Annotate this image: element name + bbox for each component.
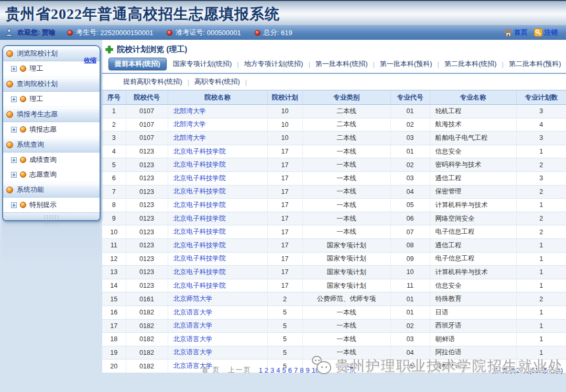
tab-item[interactable]: 第二批本科(统招) [440, 58, 501, 70]
sidebar-item-label: 特别提示 [29, 200, 57, 210]
college-link[interactable]: 北部湾大学 [173, 134, 206, 141]
prev-page-button[interactable]: 上一页 [228, 365, 252, 375]
home-link[interactable]: 首页 [514, 28, 528, 37]
college-link[interactable]: 北部湾大学 [173, 121, 206, 128]
page-number[interactable]: 3 [270, 366, 274, 374]
expand-plus-icon[interactable]: + [11, 66, 17, 72]
cell: 船舶电子电气工程 [430, 132, 516, 145]
table-row: 150161北京师范大学2公费师范、优师专项01特殊教育2 [102, 292, 566, 306]
college-link[interactable]: 北京电子科技学院 [173, 175, 226, 182]
cell: 17 [102, 319, 126, 333]
cell: 17 [267, 145, 302, 158]
college-link[interactable]: 北京电子科技学院 [173, 148, 226, 155]
table-row: 110123北京电子科技学院17国家专项计划08通信工程1 [102, 238, 566, 252]
tab-separator: | [188, 78, 189, 86]
cell: 19 [102, 346, 126, 360]
cell: 6 [102, 171, 126, 185]
table-row: 120123北京电子科技学院17国家专项计划09电子信息工程1 [102, 252, 566, 266]
college-link[interactable]: 北京语言大学 [173, 335, 213, 343]
college-link[interactable]: 北京电子科技学院 [173, 228, 226, 235]
cell: 03 [390, 333, 430, 346]
cell: 通信工程 [430, 238, 516, 252]
bullet-ball-icon [6, 141, 13, 148]
college-link[interactable]: 北京电子科技学院 [173, 282, 226, 289]
sidebar-item[interactable]: +成绩查询 [3, 153, 100, 167]
expand-plus-icon[interactable]: + [11, 127, 17, 133]
page-number[interactable]: 9 [306, 366, 310, 374]
college-link[interactable]: 北京语言大学 [173, 322, 213, 329]
first-page-button[interactable]: 首 页 [202, 365, 221, 375]
tab-item[interactable]: 高职专科(统招) [190, 76, 244, 88]
column-header: 专业计划数 [516, 91, 566, 105]
cell: 密码科学与技术 [430, 158, 516, 172]
college-link[interactable]: 北部湾大学 [173, 107, 206, 115]
expand-plus-icon[interactable]: + [11, 157, 17, 163]
cell: 国家专项计划 [302, 279, 390, 292]
page-number[interactable]: 1 [259, 366, 263, 374]
tab-item[interactable]: 国家专项计划(统招) [169, 58, 236, 70]
expand-plus-icon[interactable]: + [11, 172, 17, 178]
cell: 公费师范、优师专项 [302, 292, 390, 306]
cell: 1 [516, 145, 566, 158]
cell: 0182 [126, 346, 168, 360]
home-icon [504, 29, 513, 37]
sidebar-item[interactable]: +理工 [3, 92, 100, 106]
sidebar-collapse-link[interactable]: 收缩 [84, 56, 96, 65]
sidebar-group-header[interactable]: 填报考生志愿 [3, 106, 100, 122]
logout-link[interactable]: 注销 [544, 28, 558, 37]
column-header: 院校计划 [267, 91, 302, 105]
sidebar-item[interactable]: +志愿查询 [3, 167, 100, 182]
cell: 8 [102, 199, 126, 212]
sidebar-group-header[interactable]: 浏览院校计划收缩 [3, 46, 100, 61]
cell: 03 [390, 171, 430, 185]
page-number[interactable]: 5 [282, 366, 286, 374]
expand-plus-icon[interactable]: + [11, 202, 17, 208]
cell: 二本线 [302, 105, 390, 118]
page-number[interactable]: 2 [265, 366, 268, 374]
tab-item[interactable]: 第二批本科(预科) [505, 58, 565, 70]
tab-item[interactable]: 第一批本科(预科) [376, 58, 437, 70]
page-number[interactable]: 8 [300, 366, 303, 374]
page-number[interactable]: 4 [276, 366, 280, 374]
college-link[interactable]: 北京电子科技学院 [173, 215, 226, 222]
cell: 02 [390, 158, 430, 172]
cell: 0107 [126, 105, 168, 118]
college-link[interactable]: 北京语言大学 [173, 309, 213, 316]
sidebar-resize-grip[interactable] [3, 212, 100, 220]
cell: 2 [516, 185, 566, 199]
sidebar-item-label: 理工 [29, 64, 43, 73]
tab-item[interactable]: 第一批本科(统招) [311, 58, 372, 70]
tab-item[interactable]: 地方专项计划(统招) [240, 58, 308, 70]
college-link[interactable]: 北京电子科技学院 [173, 188, 226, 195]
cell: 1 [516, 319, 566, 333]
cell: 网络空间安全 [430, 212, 516, 225]
cell: 3 [516, 105, 566, 118]
tab-item[interactable]: 提前本科(统招) [108, 58, 167, 70]
page-number[interactable]: 6 [288, 366, 292, 374]
college-link[interactable]: 北京师范大学 [173, 295, 213, 302]
expand-plus-icon[interactable]: + [11, 96, 17, 102]
college-link[interactable]: 北京语言大学 [173, 349, 213, 356]
column-header: 专业代号 [390, 91, 430, 105]
sidebar-group-header[interactable]: 查询院校计划 [3, 76, 100, 92]
sidebar-item[interactable]: +特别提示 [3, 198, 100, 212]
sidebar-item[interactable]: +填报志愿 [3, 122, 100, 137]
bullet-ball-icon [20, 96, 26, 102]
college-link[interactable]: 北京电子科技学院 [173, 242, 226, 249]
college-link[interactable]: 北京电子科技学院 [173, 201, 226, 209]
cell: 北京电子科技学院 [168, 145, 267, 158]
college-link[interactable]: 北京电子科技学院 [173, 268, 226, 276]
college-link[interactable]: 北京电子科技学院 [173, 255, 226, 262]
cell: 0123 [126, 238, 168, 252]
cell: 北京语言大学 [168, 346, 267, 360]
page-number[interactable]: 7 [294, 366, 298, 374]
cell: 11 [102, 238, 126, 252]
cell: 0107 [126, 118, 168, 132]
sidebar-group-header[interactable]: 系统查询 [3, 137, 100, 153]
cell: 通信工程 [430, 171, 516, 185]
college-link[interactable]: 北京电子科技学院 [173, 161, 226, 168]
tab-item[interactable]: 提前高职专科(统招) [119, 76, 187, 88]
cell: 12 [102, 252, 126, 266]
table-row: 170182北京语言大学5一本线02西班牙语1 [102, 319, 566, 333]
sidebar-group-header[interactable]: 系统功能 [3, 182, 100, 198]
